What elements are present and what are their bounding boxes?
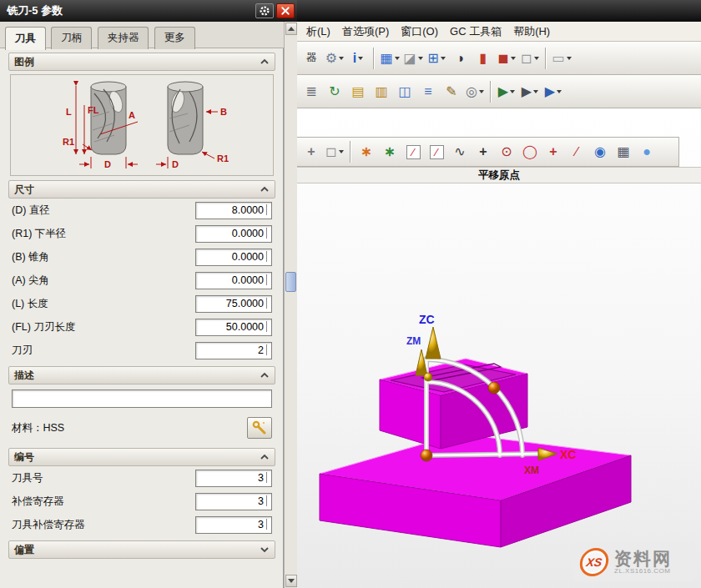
length-input[interactable]	[195, 295, 272, 313]
chevron-down-icon[interactable]	[260, 545, 270, 554]
dropdown-arrow-icon[interactable]	[479, 90, 484, 93]
red-cube-icon[interactable]: ◼	[496, 48, 517, 69]
dropdown-arrow-icon[interactable]	[418, 57, 423, 60]
chevron-up-icon[interactable]	[260, 453, 270, 461]
point-icon[interactable]: +	[472, 141, 494, 163]
material-label: 材料：HSS	[12, 421, 64, 435]
menu-preferences[interactable]: 首选项(P)	[336, 23, 395, 41]
slash-icon[interactable]: ∕	[566, 141, 588, 163]
prism-icon[interactable]: ◪	[402, 48, 424, 69]
tool-comp-register-input[interactable]	[195, 516, 272, 534]
sphere-icon[interactable]: ●	[636, 141, 658, 163]
section-header-offset[interactable]: 偏置	[8, 540, 275, 559]
flutes-input[interactable]	[195, 342, 272, 359]
menu-help[interactable]: 帮助(H)	[507, 23, 556, 41]
background-icon[interactable]: ▭	[551, 48, 572, 69]
tab-tool[interactable]: 刀具	[5, 27, 46, 50]
snap-tool-icon[interactable]: ⚙	[324, 48, 345, 69]
dropdown-arrow-icon[interactable]	[358, 57, 363, 60]
tab-more[interactable]: 更多	[154, 27, 195, 49]
shaded-cube-icon[interactable]: ⊞	[426, 48, 447, 69]
rotate-sphere-handle[interactable]	[488, 382, 500, 394]
tab-holder[interactable]: 夹持器	[98, 27, 149, 49]
line-icon: ∕	[406, 145, 421, 159]
zc-axis-arrow[interactable]	[426, 327, 441, 359]
circle-center-icon[interactable]: ⊙	[496, 141, 517, 163]
diameter-input[interactable]	[195, 202, 272, 219]
refresh-icon[interactable]: ↻	[324, 81, 345, 103]
clipped-list-icon[interactable]: ≣	[300, 81, 322, 103]
dropdown-arrow-icon[interactable]	[339, 57, 344, 60]
dropdown-arrow-icon[interactable]	[395, 57, 400, 60]
half-shade-sphere-icon[interactable]: ◑	[449, 48, 471, 69]
section-header-dimensions[interactable]: 尺寸	[8, 180, 275, 199]
table-icon[interactable]: ▦	[613, 141, 634, 163]
menu-analysis[interactable]: 析(L)	[300, 23, 336, 41]
line-angle-icon[interactable]: ∕	[426, 141, 447, 163]
point-constructor-icon[interactable]: ∗	[379, 141, 401, 163]
checker-face-icon[interactable]: ▦	[379, 48, 401, 69]
chevron-up-icon[interactable]	[260, 371, 270, 379]
material-select-button[interactable]	[247, 417, 272, 439]
dim-label-D-left: D	[104, 159, 111, 169]
origin-sphere-handle[interactable]	[421, 450, 432, 461]
dialog-options-button[interactable]	[255, 3, 274, 18]
comp-register-input[interactable]	[195, 493, 272, 510]
origin-tool-icon[interactable]: +	[300, 141, 322, 163]
annotate-icon[interactable]: ✎	[441, 81, 462, 103]
dim-label-R1-right: R1	[217, 153, 229, 163]
layer-settings-icon[interactable]: ▥	[371, 81, 392, 103]
rotate-handle-icon[interactable]: ◯	[519, 141, 541, 163]
line-icon[interactable]: ∕	[402, 141, 424, 163]
chevron-up-icon[interactable]	[260, 185, 270, 193]
taper-angle-input[interactable]	[195, 249, 272, 266]
dropdown-arrow-icon[interactable]	[441, 57, 446, 60]
marquee-icon[interactable]: ◻	[324, 141, 345, 163]
part-base-slab[interactable]	[320, 434, 631, 547]
menu-window[interactable]: 窗口(O)	[395, 23, 444, 41]
cross-icon[interactable]: +	[542, 141, 564, 163]
dropdown-arrow-icon[interactable]	[533, 90, 538, 93]
scroll-up-button[interactable]	[285, 23, 297, 35]
spline-icon[interactable]: ∿	[449, 141, 471, 163]
globe-icon[interactable]: ◉	[589, 141, 611, 163]
section-header-numbering[interactable]: 编号	[8, 448, 275, 466]
dropdown-arrow-icon[interactable]	[567, 57, 572, 60]
verify-icon[interactable]: ▶	[519, 81, 541, 103]
description-input[interactable]	[12, 389, 272, 408]
dialog-scrollbar[interactable]	[284, 22, 297, 588]
generate-icon[interactable]: ▶	[496, 81, 517, 103]
scroll-down-button[interactable]	[285, 575, 297, 587]
dialog-close-button[interactable]	[276, 3, 295, 18]
field-row-comp-register: 补偿寄存器	[0, 490, 284, 513]
point-dialog-icon[interactable]: ∗	[356, 141, 377, 163]
dropdown-arrow-icon[interactable]	[534, 57, 539, 60]
red-capsule-icon[interactable]: ▮	[472, 48, 494, 69]
tab-shank[interactable]: 刀柄	[51, 27, 92, 49]
wire-cube-icon[interactable]: ◻	[519, 48, 541, 69]
dropdown-arrow-icon[interactable]	[557, 90, 562, 93]
graphics-viewport[interactable]: +◻∗∗∕∕∿+⊙◯+∕◉▦● 平移原点	[297, 108, 701, 588]
dropdown-arrow-icon[interactable]	[511, 57, 516, 60]
z-sphere-handle[interactable]	[424, 373, 432, 381]
dialog-titlebar[interactable]: 铣刀-5 参数	[0, 0, 297, 22]
postprocess-icon[interactable]: ▶	[542, 81, 564, 103]
chevron-up-icon[interactable]	[260, 58, 270, 66]
menu-gc-toolbox[interactable]: GC 工具箱	[444, 23, 507, 41]
target-icon[interactable]: ◎	[464, 81, 486, 103]
stack-icon[interactable]: ≡	[417, 81, 439, 103]
dropdown-arrow-icon[interactable]	[339, 150, 344, 153]
layers-icon[interactable]: ▤	[347, 81, 369, 103]
lower-radius-input[interactable]	[195, 225, 272, 243]
tool-number-input[interactable]	[195, 470, 272, 487]
clipped-filter-label[interactable]: 器	[300, 48, 322, 69]
scrollbar-thumb[interactable]	[285, 272, 296, 292]
section-header-legend[interactable]: 图例	[8, 53, 275, 71]
info-icon[interactable]: i	[347, 48, 369, 69]
spline-icon: ∿	[454, 145, 465, 158]
pair-view-icon[interactable]: ◫	[394, 81, 416, 103]
dropdown-arrow-icon[interactable]	[510, 90, 515, 93]
flute-length-input[interactable]	[195, 319, 272, 336]
section-header-description[interactable]: 描述	[8, 366, 275, 384]
tip-angle-input[interactable]	[195, 272, 272, 289]
